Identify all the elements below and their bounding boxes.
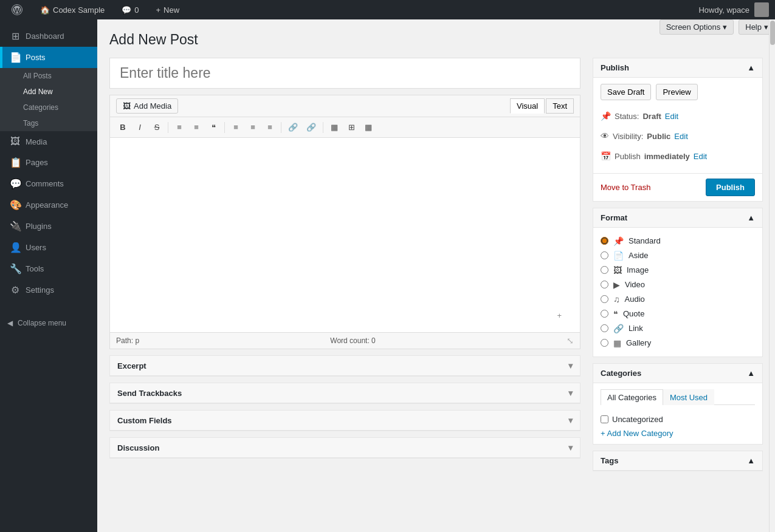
comments-menu-label: Comments: [26, 179, 64, 188]
submenu-tags[interactable]: Tags: [0, 115, 97, 131]
post-title-input[interactable]: [109, 58, 580, 89]
bold-button[interactable]: B: [115, 120, 131, 134]
most-used-tab[interactable]: Most Used: [663, 389, 714, 405]
category-label-uncategorized[interactable]: Uncategorized: [612, 415, 663, 424]
sidebar-item-media[interactable]: 🖼 Media: [0, 131, 97, 152]
sidebar-item-users[interactable]: 👤 Users: [0, 237, 97, 258]
save-draft-button[interactable]: Save Draft: [601, 84, 651, 100]
format-option-aside: 📄 Aside: [601, 248, 755, 263]
status-edit-link[interactable]: Edit: [665, 109, 678, 123]
custom-fields-label: Custom Fields: [117, 416, 172, 425]
audio-label[interactable]: Audio: [625, 295, 645, 304]
sidebar-item-posts[interactable]: 📄 Posts: [0, 47, 97, 68]
format-option-video: ▶ Video: [601, 278, 755, 292]
site-name-item[interactable]: 🏠 Codex Sample: [35, 0, 109, 19]
category-checkbox-uncategorized[interactable]: [601, 415, 608, 423]
tags-panel-header[interactable]: Tags ▲: [593, 451, 762, 471]
word-count-label: Word count:: [330, 336, 369, 345]
publish-time-icon: 📅: [601, 149, 611, 164]
publish-panel-header[interactable]: Publish ▲: [593, 58, 762, 78]
new-content-item[interactable]: + New: [151, 0, 185, 19]
fullscreen-button[interactable]: ⊞: [343, 120, 359, 134]
standard-label[interactable]: Standard: [629, 236, 661, 245]
collapse-icon: ◀: [7, 319, 13, 327]
gallery-label[interactable]: Gallery: [626, 338, 651, 347]
format-option-link: 🔗 Link: [601, 321, 755, 336]
publish-time-edit-link[interactable]: Edit: [694, 149, 707, 163]
format-radio-gallery[interactable]: [601, 339, 608, 347]
blockquote-button[interactable]: ❝: [205, 120, 221, 134]
add-new-category-link[interactable]: + Add New Category: [601, 429, 673, 438]
link-button[interactable]: 🔗: [284, 120, 301, 134]
format-radio-standard[interactable]: [601, 237, 608, 245]
editor-body[interactable]: +: [110, 138, 580, 332]
video-icon: ▶: [613, 280, 620, 290]
sidebar-item-tools[interactable]: 🔧 Tools: [0, 258, 97, 279]
editor-resize-handle[interactable]: ⤡: [567, 336, 574, 346]
align-right-button[interactable]: ≡: [262, 120, 278, 134]
table-button[interactable]: ▦: [360, 120, 376, 134]
sidebar-item-plugins[interactable]: 🔌 Plugins: [0, 216, 97, 237]
align-left-button[interactable]: ≡: [228, 120, 244, 134]
media-label: Media: [26, 137, 47, 146]
discussion-metabox-header[interactable]: Discussion ▾: [110, 438, 580, 458]
custom-fields-metabox-header[interactable]: Custom Fields ▾: [110, 411, 580, 431]
ul-button[interactable]: ≡: [171, 120, 187, 134]
insert-table-button[interactable]: ▦: [326, 120, 342, 134]
scrollbar-thumb[interactable]: [770, 21, 775, 45]
excerpt-metabox-header[interactable]: Excerpt ▾: [110, 356, 580, 376]
video-label[interactable]: Video: [625, 280, 645, 289]
comments-menu-icon: 💬: [10, 178, 21, 189]
text-tab[interactable]: Text: [546, 98, 574, 114]
publish-panel-title: Publish: [601, 63, 629, 72]
add-media-button[interactable]: 🖼 Add Media: [116, 98, 178, 114]
strikethrough-button[interactable]: S: [149, 120, 165, 134]
screen-options-button[interactable]: Screen Options ▾: [660, 19, 734, 35]
sidebar-item-settings[interactable]: ⚙ Settings: [0, 279, 97, 301]
italic-button[interactable]: I: [132, 120, 148, 134]
categories-panel-header[interactable]: Categories ▲: [593, 364, 762, 383]
visibility-edit-link[interactable]: Edit: [674, 129, 687, 143]
align-center-button[interactable]: ≡: [245, 120, 261, 134]
visual-tab[interactable]: Visual: [510, 98, 545, 114]
all-categories-tab[interactable]: All Categories: [601, 389, 663, 405]
ol-button[interactable]: ≡: [188, 120, 204, 134]
content-area: 🖼 Add Media Visual Text B I S ≡: [109, 58, 763, 477]
publish-time-row: 📅 Publish immediately Edit: [601, 146, 755, 166]
publish-button[interactable]: Publish: [706, 179, 755, 196]
new-label: New: [164, 5, 179, 15]
move-to-trash-link[interactable]: Move to Trash: [601, 183, 650, 192]
format-radio-video[interactable]: [601, 281, 608, 288]
title-wrap: [109, 58, 580, 89]
aside-label[interactable]: Aside: [629, 251, 649, 260]
scrollbar[interactable]: [769, 19, 775, 532]
metaboxes-area: Excerpt ▾ Send Trackbacks ▾ Custom Field…: [109, 355, 580, 459]
audio-icon: ♫: [613, 295, 620, 304]
preview-button[interactable]: Preview: [656, 84, 697, 100]
trackbacks-metabox-header[interactable]: Send Trackbacks ▾: [110, 383, 580, 403]
unlink-button[interactable]: 🔗: [303, 120, 320, 134]
submenu-all-posts[interactable]: All Posts: [0, 68, 97, 84]
quote-label[interactable]: Quote: [623, 309, 644, 318]
submenu-add-new[interactable]: Add New: [0, 84, 97, 100]
format-radio-aside[interactable]: [601, 251, 608, 259]
sidebar-item-dashboard[interactable]: ⊞ Dashboard: [0, 26, 97, 47]
sidebar-item-appearance[interactable]: 🎨 Appearance: [0, 194, 97, 216]
wp-logo-item[interactable]: W: [6, 0, 28, 19]
format-panel-header[interactable]: Format ▲: [593, 208, 762, 228]
image-label[interactable]: Image: [627, 265, 649, 275]
appearance-label: Appearance: [26, 200, 68, 210]
toolbar-separator-2: [224, 122, 225, 133]
format-radio-audio[interactable]: [601, 295, 608, 303]
link-label[interactable]: Link: [629, 324, 643, 333]
view-tabs: Visual Text: [510, 98, 574, 114]
sidebar-item-comments[interactable]: 💬 Comments: [0, 173, 97, 194]
submenu-categories[interactable]: Categories: [0, 100, 97, 115]
format-radio-link[interactable]: [601, 324, 608, 332]
format-radio-quote[interactable]: [601, 310, 608, 318]
sidebar-item-pages[interactable]: 📋 Pages: [0, 152, 97, 173]
avatar[interactable]: [754, 2, 769, 17]
collapse-menu-button[interactable]: ◀ Collapse menu: [0, 313, 97, 333]
format-radio-image[interactable]: [601, 266, 608, 274]
comments-item[interactable]: 💬 0: [117, 0, 143, 19]
